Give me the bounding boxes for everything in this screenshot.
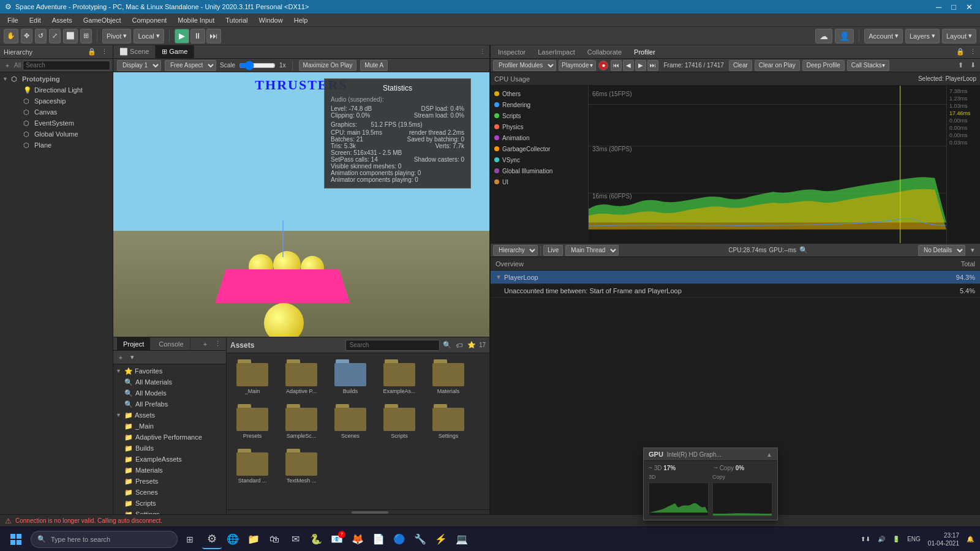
minimize-button[interactable]: ─ <box>933 2 944 12</box>
taskbar-app-terminal[interactable]: 💻 <box>452 530 472 549</box>
deep-profile-button[interactable]: Deep Profile <box>802 60 845 71</box>
assets-scrollbar[interactable] <box>227 509 489 514</box>
next-frame-button[interactable]: ▶ <box>635 60 646 71</box>
legend-vsync[interactable]: VSync <box>493 154 586 165</box>
taskbar-app-badge[interactable]: 📧7 <box>327 530 347 549</box>
hier-canvas[interactable]: ⬡ Canvas <box>0 107 113 118</box>
tray-notification[interactable]: 🔔 <box>964 536 976 542</box>
start-button[interactable] <box>4 530 28 549</box>
playmode-dropdown[interactable]: Playmode ▾ <box>559 60 596 71</box>
display-select[interactable]: Display 1 <box>117 60 161 71</box>
folder-scenes[interactable]: 📁 Scenes <box>113 487 226 498</box>
tab-laserimpact[interactable]: LaserImpact <box>533 45 580 59</box>
aspect-select[interactable]: Free Aspect <box>165 60 216 71</box>
asset-materials[interactable]: Materials <box>426 357 470 397</box>
menu-mobileinput[interactable]: Mobile Input <box>173 15 219 25</box>
folder-materials[interactable]: 📁 Materials <box>113 465 226 476</box>
taskbar-app-edge[interactable]: 🌐 <box>223 530 243 549</box>
clear-on-play-button[interactable]: Clear on Play <box>755 60 800 71</box>
taskbar-search[interactable]: 🔍 Type here to search <box>31 531 178 548</box>
tray-lang[interactable]: ENG <box>905 536 923 542</box>
favorites-group[interactable]: ▼ ⭐ Favorites <box>113 365 226 377</box>
tab-console[interactable]: Console <box>153 337 190 351</box>
folder-builds[interactable]: 📁 Builds <box>113 443 226 454</box>
transform-tool-button[interactable]: ⊞ <box>80 29 92 43</box>
taskbar-app-mail[interactable]: ✉ <box>285 530 305 549</box>
export-button[interactable]: ⬆ <box>956 61 965 70</box>
tray-battery[interactable]: 🔋 <box>890 536 902 542</box>
hier-eventsystem[interactable]: ⬡ EventSystem <box>0 118 113 129</box>
folder-example[interactable]: 📁 ExampleAssets <box>113 454 226 465</box>
skip-end-button[interactable]: ⏭ <box>647 60 658 71</box>
legend-gc[interactable]: GarbageCollector <box>493 143 586 154</box>
asset-scripts[interactable]: Scripts <box>377 402 421 441</box>
hier-plane[interactable]: ⬡ Plane <box>0 140 113 151</box>
asset-example[interactable]: ExampleAs... <box>377 357 421 397</box>
asset-adaptive[interactable]: Adaptive P... <box>279 357 323 397</box>
taskbar-app-vs[interactable]: 🔵 <box>390 530 409 549</box>
details-more-button[interactable]: ▾ <box>968 246 978 255</box>
more-project-button[interactable]: ⋮ <box>213 339 222 349</box>
menu-help[interactable]: Help <box>289 15 313 25</box>
step-button[interactable]: ⏭ <box>206 29 221 43</box>
hier-directional-light[interactable]: 💡 Directional Light <box>0 84 113 96</box>
add-project-button[interactable]: + <box>200 339 210 349</box>
mute-audio-button[interactable]: Mute A <box>360 60 388 71</box>
profiler-row-unaccounted[interactable]: Unaccounted time between: Start of Frame… <box>491 284 980 298</box>
taskbar-app-unity[interactable]: ⚙ <box>202 530 222 549</box>
menu-assets[interactable]: Assets <box>47 15 77 25</box>
collab-button[interactable]: 👤 <box>835 29 854 43</box>
folder-main[interactable]: 📁 _Main <box>113 421 226 432</box>
import-button[interactable]: ⬇ <box>968 61 978 70</box>
taskbar-app-firefox[interactable]: 🦊 <box>348 530 368 549</box>
asset-textmesh[interactable]: TextMesh ... <box>279 446 323 486</box>
folder-adaptive[interactable]: 📁 Adaptive Performance <box>113 432 226 443</box>
add-hierarchy-button[interactable]: + <box>2 61 12 70</box>
menu-component[interactable]: Component <box>127 15 172 25</box>
more-button[interactable]: ⋮ <box>99 47 109 57</box>
legend-others[interactable]: Others <box>493 88 586 99</box>
layout-button[interactable]: Layout ▾ <box>942 29 976 43</box>
asset-samplescenes[interactable]: SampleSc... <box>279 402 323 441</box>
tab-options[interactable]: ⋮ <box>479 48 489 56</box>
hand-tool-button[interactable]: ✋ <box>4 29 18 43</box>
add-asset-button[interactable]: + <box>116 353 126 362</box>
tray-network[interactable]: ⬆⬇ <box>858 536 873 542</box>
play-button[interactable]: ▶ <box>175 29 189 43</box>
maximize-on-play-button[interactable]: Maximize On Play <box>299 60 357 71</box>
gpu-close-button[interactable]: ▲ <box>766 451 772 458</box>
task-view-button[interactable]: ⊞ <box>180 530 200 549</box>
taskbar-app-store[interactable]: 🛍 <box>265 530 284 549</box>
all-materials-item[interactable]: 🔍 All Materials <box>113 377 226 388</box>
menu-window[interactable]: Window <box>254 15 288 25</box>
scale-tool-button[interactable]: ⤢ <box>49 29 61 43</box>
skip-start-button[interactable]: ⏮ <box>611 60 622 71</box>
modules-select[interactable]: Profiler Modules <box>493 60 556 71</box>
menu-tutorial[interactable]: Tutorial <box>221 15 252 25</box>
all-prefabs-item[interactable]: 🔍 All Prefabs <box>113 399 226 410</box>
lock-profiler-button[interactable]: 🔒 <box>956 47 965 57</box>
tray-volume[interactable]: 🔊 <box>875 536 888 542</box>
tab-scene[interactable]: ⬜ Scene <box>113 45 156 59</box>
scale-slider[interactable] <box>239 62 276 69</box>
hier-spaceship[interactable]: ⬡ Spaceship <box>0 96 113 107</box>
layers-button[interactable]: Layers ▾ <box>905 29 940 43</box>
asset-scenes[interactable]: Scenes <box>328 402 372 441</box>
hierarchy-search[interactable] <box>23 61 110 70</box>
legend-scripts[interactable]: Scripts <box>493 110 586 121</box>
asset-standard[interactable]: Standard ... <box>230 446 274 486</box>
taskbar-app-pdf[interactable]: 📄 <box>369 530 388 549</box>
menu-gameobject[interactable]: GameObject <box>78 15 126 25</box>
taskbar-app-python[interactable]: 🐍 <box>306 530 326 549</box>
legend-animation[interactable]: Animation <box>493 132 586 143</box>
assets-group[interactable]: ▼ 📁 Assets <box>113 410 226 421</box>
close-button[interactable]: ✕ <box>963 2 975 12</box>
folder-settings[interactable]: 📁 Settings <box>113 509 226 514</box>
tab-project[interactable]: Project <box>117 337 150 351</box>
pause-button[interactable]: ⏸ <box>190 29 205 43</box>
move-tool-button[interactable]: ✥ <box>21 29 32 43</box>
call-stacks-button[interactable]: Call Stacks ▾ <box>847 60 889 71</box>
assets-search[interactable] <box>345 340 440 351</box>
rotate-tool-button[interactable]: ↺ <box>35 29 47 43</box>
legend-rendering[interactable]: Rendering <box>493 99 586 110</box>
